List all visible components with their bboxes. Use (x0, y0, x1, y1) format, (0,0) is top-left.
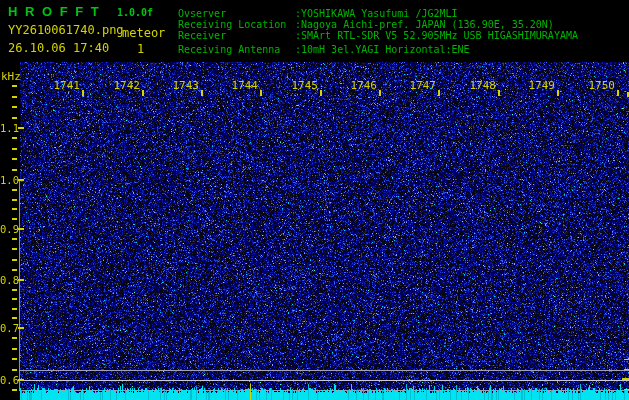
time-label: 1741 (49, 79, 80, 92)
time-tick (379, 90, 381, 96)
spectrogram-display (0, 0, 629, 400)
station-value: :SMArt RTL-SDR V5 52.905MHz USB HIGASHIM… (295, 30, 578, 41)
station-row: Receiver:SMArt RTL-SDR V5 52.905MHz USB … (178, 30, 578, 41)
hrofft-window: H R O F F T 1.0.0f YY2610061740.png mete… (0, 0, 629, 400)
time-tick (260, 90, 262, 96)
time-tick (438, 90, 440, 96)
station-row: Ovserver:YOSHIKAWA Yasufumi /JG2MLI (178, 8, 458, 19)
freq-tick-minor (12, 218, 17, 220)
station-value: :YOSHIKAWA Yasufumi /JG2MLI (295, 8, 458, 19)
station-label: Receiving Antenna (178, 44, 295, 55)
freq-tick-minor (12, 308, 17, 310)
time-label: 1743 (168, 79, 199, 92)
station-value: :10mH 3el.YAGI Horizontal:ENE (295, 44, 470, 55)
freq-tick-major (18, 379, 24, 381)
freq-label: 1.0 (0, 174, 18, 186)
time-tick (201, 90, 203, 96)
freq-tick-major (18, 279, 24, 281)
station-info: Ovserver:YOSHIKAWA Yasufumi /JG2MLIRecei… (0, 0, 629, 60)
khz-unit-label: kHz (1, 70, 21, 83)
time-label: 1750 (584, 79, 615, 92)
freq-tick-minor (12, 117, 17, 119)
freq-tick-minor (12, 148, 17, 150)
freq-label: 0.7 (0, 322, 18, 334)
time-label: 1742 (109, 79, 140, 92)
station-row: Receiving Location:Nagoya Aichi-pref. JA… (178, 19, 554, 30)
time-label: 1746 (346, 79, 377, 92)
station-row: Receiving Antenna:10mH 3el.YAGI Horizont… (178, 44, 470, 55)
freq-tick-major (18, 327, 24, 329)
time-tick (498, 90, 500, 96)
time-label: 1747 (405, 79, 436, 92)
time-tick (320, 90, 322, 96)
freq-tick-minor (12, 337, 17, 339)
freq-tick-major (18, 228, 24, 230)
freq-tick-minor (12, 96, 17, 98)
time-label: 1748 (465, 79, 496, 92)
time-tick (617, 90, 619, 96)
freq-tick-major (18, 127, 24, 129)
station-label: Receiving Location (178, 19, 295, 30)
time-label: 1749 (524, 79, 555, 92)
freq-tick-minor (12, 169, 17, 171)
freq-tick-minor (12, 199, 17, 201)
freq-tick-minor (12, 208, 17, 210)
freq-tick-minor (12, 259, 17, 261)
freq-tick-minor (12, 269, 17, 271)
freq-tick-minor (12, 158, 17, 160)
time-tick (142, 90, 144, 96)
freq-tick-minor (12, 389, 17, 391)
freq-label: 0.6 (0, 374, 18, 386)
freq-tick-minor (12, 248, 17, 250)
freq-label: 0.9 (0, 223, 18, 235)
time-tick (557, 90, 559, 96)
freq-tick-minor (12, 298, 17, 300)
freq-tick-minor (12, 189, 17, 191)
freq-tick-minor (12, 317, 17, 319)
freq-tick-minor (12, 348, 17, 350)
station-label: Ovserver (178, 8, 295, 19)
station-label: Receiver (178, 30, 295, 41)
freq-tick-minor (12, 289, 17, 291)
freq-label: 1.1 (0, 122, 18, 134)
station-value: :Nagoya Aichi-pref. JAPAN (136.90E, 35.2… (295, 19, 554, 30)
freq-tick-minor (12, 369, 17, 371)
freq-label: 0.8 (0, 274, 18, 286)
freq-tick-minor (12, 137, 17, 139)
time-label: 1744 (227, 79, 258, 92)
freq-tick-minor (12, 85, 17, 87)
time-tick (82, 90, 84, 96)
freq-tick-minor (12, 358, 17, 360)
freq-tick-minor (12, 238, 17, 240)
freq-tick-major (18, 179, 24, 181)
freq-tick-minor (12, 106, 17, 108)
time-label: 1745 (287, 79, 318, 92)
